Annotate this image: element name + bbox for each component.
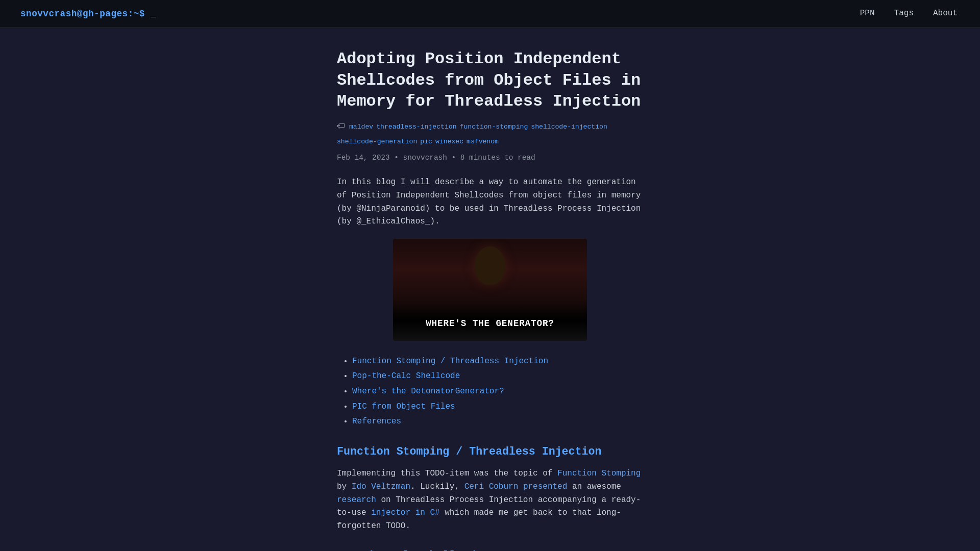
link-function-stomping[interactable]: Function Stomping xyxy=(557,469,641,478)
toc-link-pic[interactable]: PIC from Object Files xyxy=(352,402,455,411)
tag-shellcode-injection[interactable]: shellcode-injection xyxy=(531,121,607,132)
nav-tags[interactable]: Tags xyxy=(892,3,916,24)
post-meta: Feb 14, 2023 • snovvcrash • 8 minutes to… xyxy=(337,152,643,164)
link-injector[interactable]: injector in C# xyxy=(371,508,439,517)
post-title: Adopting Position Independent Shellcodes… xyxy=(337,48,643,112)
nav-ppn[interactable]: PPN xyxy=(858,3,877,24)
post-intro: In this blog I will describe a way to au… xyxy=(337,176,643,228)
hero-image-container: WHERE'S THE GENERATOR? xyxy=(337,239,643,341)
tag-function-stomping[interactable]: function-stomping xyxy=(460,121,528,132)
link-ceri-coburn[interactable]: Ceri Coburn presented xyxy=(464,482,568,491)
toc-link-function-stomping[interactable]: Function Stomping / Threadless Injection xyxy=(352,357,548,366)
hero-caption: WHERE'S THE GENERATOR? xyxy=(426,316,554,331)
main-content: Adopting Position Independent Shellcodes… xyxy=(327,28,653,551)
site-logo[interactable]: snovvcrash@gh-pages:~$ _ xyxy=(20,7,156,21)
tag-threadless[interactable]: threadless-injection xyxy=(376,121,456,132)
section1-text2: by xyxy=(337,482,352,491)
link-research[interactable]: research xyxy=(337,495,376,505)
section-function-stomping-heading: Function Stomping / Threadless Injection xyxy=(337,443,643,461)
section1-text1: Implementing this TODO-item was the topi… xyxy=(337,469,557,478)
section1-text4: an awesome xyxy=(567,482,621,491)
table-of-contents: Function Stomping / Threadless Injection… xyxy=(337,355,643,429)
toc-link-generator[interactable]: Where's the DetonatorGenerator? xyxy=(352,387,504,396)
section-pop-calc-heading: Pop-the-Calc Shellcode xyxy=(337,547,643,551)
link-ido-veltzman[interactable]: Ido Veltzman xyxy=(352,482,410,491)
toc-link-references[interactable]: References xyxy=(352,417,401,426)
toc-item: Pop-the-Calc Shellcode xyxy=(352,370,643,383)
toc-item: References xyxy=(352,415,643,429)
toc-item: Function Stomping / Threadless Injection xyxy=(352,355,643,368)
tag-shellcode-generation[interactable]: shellcode-generation xyxy=(337,136,417,147)
section-function-stomping-body: Implementing this TODO-item was the topi… xyxy=(337,467,643,533)
tag-winexec[interactable]: winexec xyxy=(435,136,463,147)
tag-pic[interactable]: pic xyxy=(420,136,432,147)
tag-msfvenom[interactable]: msfvenom xyxy=(467,136,499,147)
toc-link-pop-calc[interactable]: Pop-the-Calc Shellcode xyxy=(352,371,460,381)
toc-item: Where's the DetonatorGenerator? xyxy=(352,385,643,398)
section1-text3: . Luckily, xyxy=(410,482,464,491)
tag-icon: 🏷 xyxy=(337,120,345,134)
toc-item: PIC from Object Files xyxy=(352,400,643,414)
tag-maldev[interactable]: maldev xyxy=(349,121,373,132)
nav-about[interactable]: About xyxy=(931,3,960,24)
tag-list: 🏷 maldev threadless-injection function-s… xyxy=(337,120,643,147)
intro-text: In this blog I will describe a way to au… xyxy=(337,176,643,228)
section1-paragraph: Implementing this TODO-item was the topi… xyxy=(337,467,643,533)
hero-image-inner: WHERE'S THE GENERATOR? xyxy=(393,239,587,341)
face-silhouette xyxy=(470,246,510,303)
main-nav: PPN Tags About xyxy=(858,3,960,24)
hero-image: WHERE'S THE GENERATOR? xyxy=(393,239,587,341)
site-header: snovvcrash@gh-pages:~$ _ PPN Tags About xyxy=(0,0,980,28)
